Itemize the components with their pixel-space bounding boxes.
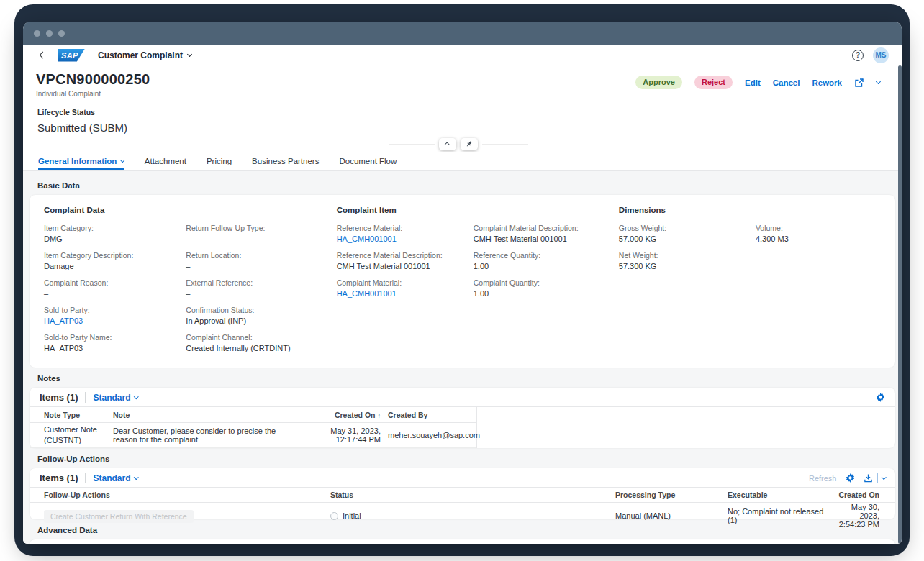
column-header-followup-actions[interactable]: Follow-Up Actions — [44, 491, 325, 499]
question-icon: ? — [856, 51, 860, 59]
traffic-light-minimize[interactable] — [46, 30, 53, 37]
notes-table: Note Type Note Created On↑ Created By Cu… — [30, 407, 477, 448]
column-header-created-on[interactable]: Created On — [838, 491, 879, 499]
executable-cell: No; Complaint not released (1) — [728, 507, 832, 524]
followup-settings-button[interactable] — [846, 473, 855, 483]
field-item-category-description: Item Category Description: Damage — [44, 251, 173, 270]
field-sold-to-party-name: Sold-to Party Name: HA_ATP03 — [44, 333, 173, 352]
group-dimensions: Dimensions Gross Weight: 57.000 KG Net W… — [619, 206, 879, 360]
sort-ascending-icon: ↑ — [378, 412, 381, 419]
field-net-weight: Net Weight: 57.300 KG — [619, 251, 743, 270]
followup-view-selector[interactable]: Standard — [93, 473, 138, 483]
field-return-follow-up-type: Return Follow-Up Type: – — [186, 224, 314, 243]
column-header-status[interactable]: Status — [330, 491, 610, 499]
status-initial-icon — [330, 512, 338, 520]
field-complaint-quantity: Complaint Quantity: 1.00 — [474, 278, 597, 298]
notes-table-row: Customer Note (CUSTNT) Dear Customer, pl… — [30, 423, 476, 448]
header-collapse-controls — [36, 135, 880, 152]
create-customer-return-button[interactable]: Create Customer Return With Reference — [44, 510, 194, 523]
gear-icon — [846, 473, 855, 483]
advanced-data-card: Organization Data Sales Organization: 00… — [30, 539, 895, 544]
approve-button[interactable]: Approve — [635, 76, 682, 89]
tab-document-flow[interactable]: Document Flow — [339, 157, 397, 170]
back-button[interactable] — [40, 53, 45, 58]
group-title: Complaint Item — [337, 206, 597, 214]
tab-general-information[interactable]: General Information — [38, 157, 124, 170]
field-return-location: Return Location: – — [186, 251, 314, 270]
group-title: Complaint Data — [44, 206, 315, 214]
complaint-material-link[interactable]: HA_CMH001001 — [337, 289, 461, 298]
object-page-header: VPCN900000250 Individual Complaint Appro… — [23, 65, 902, 152]
status-cell-text: Initial — [343, 511, 361, 520]
user-avatar[interactable]: MS — [873, 47, 889, 63]
column-header-created-by[interactable]: Created By — [388, 411, 476, 419]
field-complaint-material: Complaint Material: HA_CMH001001 — [337, 278, 461, 298]
shell-header: SAP Customer Complaint ? MS — [23, 45, 902, 65]
share-button[interactable] — [854, 78, 864, 88]
app-title-label: Customer Complaint — [98, 50, 183, 60]
edit-button[interactable]: Edit — [745, 78, 761, 87]
chevron-up-icon — [445, 142, 449, 147]
collapse-header-button[interactable] — [439, 138, 456, 150]
notes-settings-button[interactable] — [876, 393, 885, 402]
followup-toolbar: Items (1) Standard Refresh — [30, 468, 895, 488]
view-label: Standard — [93, 473, 130, 483]
section-title-followup: Follow-Up Actions — [37, 455, 895, 463]
field-external-reference: External Reference: – — [186, 278, 314, 298]
column-header-executable[interactable]: Executable — [728, 491, 832, 499]
rework-button[interactable]: Rework — [812, 78, 842, 87]
section-title-notes: Notes — [37, 374, 895, 383]
created-on-cell: May 31, 2023, 12:17:44 PM — [300, 427, 381, 444]
chevron-down-icon — [120, 158, 124, 162]
column-header-processing-type[interactable]: Processing Type — [615, 491, 722, 499]
followup-table: Follow-Up Actions Status Processing Type… — [30, 488, 895, 519]
notes-view-selector[interactable]: Standard — [93, 393, 138, 403]
export-button[interactable] — [864, 473, 886, 483]
section-title-basic-data: Basic Data — [37, 181, 895, 190]
traffic-light-maximize[interactable] — [58, 30, 65, 37]
browser-window: SAP Customer Complaint ? MS VPCN90000025… — [23, 22, 902, 544]
chevron-down-icon — [882, 475, 886, 479]
reject-button[interactable]: Reject — [694, 76, 733, 89]
page-content: Basic Data Complaint Data Item Category:… — [23, 171, 902, 544]
header-overflow-button[interactable] — [877, 82, 880, 83]
field-item-category: Item Category: DMG — [44, 224, 173, 243]
notes-toolbar: Items (1) Standard — [30, 388, 895, 407]
column-header-note-type[interactable]: Note Type — [44, 411, 106, 419]
traffic-light-close[interactable] — [34, 30, 40, 37]
notes-table-header: Note Type Note Created On↑ Created By — [30, 407, 476, 423]
help-button[interactable]: ? — [852, 50, 864, 61]
field-reference-quantity: Reference Quantity: 1.00 — [474, 251, 597, 270]
cancel-button[interactable]: Cancel — [773, 78, 800, 87]
tab-attachment[interactable]: Attachment — [145, 157, 186, 170]
tab-business-partners[interactable]: Business Partners — [252, 157, 319, 170]
field-confirmation-status: Confirmation Status: In Approval (INP) — [186, 306, 314, 325]
refresh-button[interactable]: Refresh — [809, 474, 837, 483]
chevron-down-icon — [187, 51, 192, 56]
field-sold-to-party: Sold-to Party: HA_ATP03 — [44, 306, 173, 325]
share-icon — [854, 78, 864, 88]
sold-to-party-link[interactable]: HA_ATP03 — [44, 316, 173, 325]
pin-icon — [465, 140, 473, 148]
app-title-menu[interactable]: Customer Complaint — [98, 50, 191, 60]
tab-label: Attachment — [145, 157, 186, 165]
sap-logo-text: SAP — [61, 51, 78, 60]
field-complaint-channel: Complaint Channel: Created Internally (C… — [186, 333, 314, 352]
tab-label: Document Flow — [339, 157, 397, 165]
column-header-note[interactable]: Note — [113, 411, 293, 419]
created-by-cell: meher.souayeh@sap.com — [388, 431, 480, 439]
followup-card: Items (1) Standard Refresh — [30, 468, 895, 519]
group-complaint-data: Complaint Data Item Category: DMG Item C… — [44, 206, 315, 360]
reference-material-link[interactable]: HA_CMH001001 — [337, 234, 461, 243]
tab-pricing[interactable]: Pricing — [207, 157, 232, 170]
chevron-left-icon — [40, 52, 47, 59]
pin-header-button[interactable] — [461, 138, 478, 150]
tab-bar: General Information Attachment Pricing B… — [23, 152, 902, 171]
field-gross-weight: Gross Weight: 57.000 KG — [619, 224, 743, 243]
header-actions: Approve Reject Edit Cancel Rework — [635, 76, 880, 89]
vertical-scrollbar[interactable] — [898, 65, 902, 544]
lifecycle-status-label: Lifecycle Status — [37, 108, 880, 117]
note-text-cell: Dear Customer, please consider to precis… — [113, 427, 293, 444]
group-title: Dimensions — [619, 206, 879, 214]
column-header-created-on[interactable]: Created On↑ — [300, 411, 381, 419]
